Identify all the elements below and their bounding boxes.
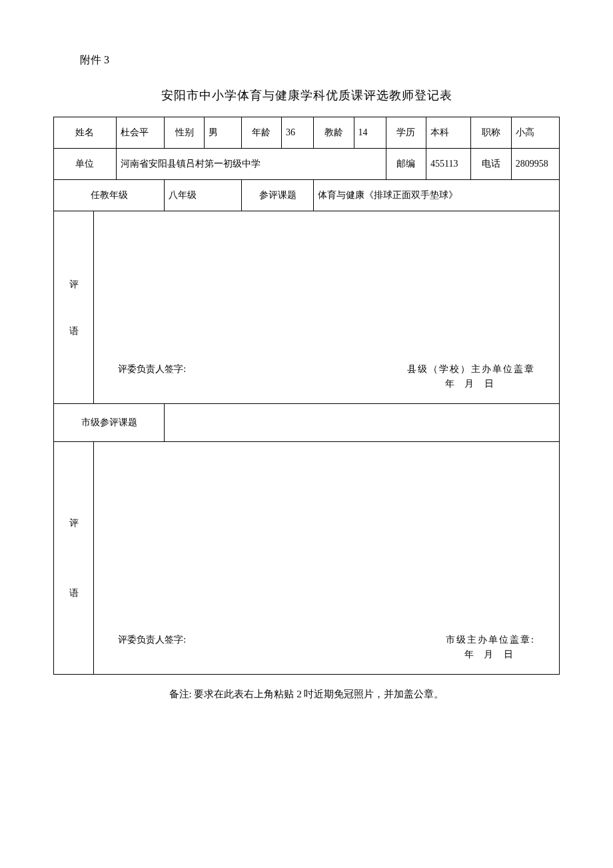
grade-value: 八年级	[165, 180, 242, 211]
registration-table: 姓名 杜会平 性别 男 年龄 36 教龄 14 学历 本科 职称 小高 单位 河…	[53, 117, 560, 675]
comment2-sign-label: 评委负责人签字:	[118, 634, 186, 661]
postcode-value: 455113	[426, 149, 470, 180]
grade-label: 任教年级	[54, 180, 165, 211]
row-comment-2: 评语 评委负责人签字: 市级主办单位盖章: 年 月 日	[54, 442, 560, 675]
phone-value: 2809958	[511, 149, 559, 180]
row-basic-1: 姓名 杜会平 性别 男 年龄 36 教龄 14 学历 本科 职称 小高	[54, 117, 560, 149]
comment1-body: 评委负责人签字: 县级（学校）主办单位盖章 年 月 日	[94, 211, 560, 404]
unit-label: 单位	[54, 149, 117, 180]
comment2-stamp-label: 市级主办单位盖章:	[446, 635, 535, 645]
comment2-date: 年 月 日	[446, 649, 535, 661]
comment2-label: 评语	[54, 442, 94, 675]
age-value: 36	[282, 117, 314, 149]
edu-value: 本科	[426, 117, 470, 149]
topic-value: 体育与健康《排球正面双手垫球》	[314, 180, 560, 211]
gender-value: 男	[205, 117, 241, 149]
age-label: 年龄	[241, 117, 281, 149]
edu-label: 学历	[386, 117, 426, 149]
comment2-body: 评委负责人签字: 市级主办单位盖章: 年 月 日	[94, 442, 560, 675]
footer-note: 备注: 要求在此表右上角粘贴 2 吋近期免冠照片，并加盖公章。	[53, 688, 560, 701]
row-basic-3: 任教年级 八年级 参评课题 体育与健康《排球正面双手垫球》	[54, 180, 560, 211]
title-value: 小高	[511, 117, 559, 149]
page-title: 安阳市中小学体育与健康学科优质课评选教师登记表	[53, 87, 560, 103]
name-label: 姓名	[54, 117, 117, 149]
phone-label: 电话	[471, 149, 511, 180]
comment1-date: 年 月 日	[407, 378, 535, 390]
postcode-label: 邮编	[386, 149, 426, 180]
row-basic-2: 单位 河南省安阳县镇吕村第一初级中学 邮编 455113 电话 2809958	[54, 149, 560, 180]
teach-age-label: 教龄	[314, 117, 354, 149]
row-city-topic: 市级参评课题	[54, 404, 560, 442]
topic-label: 参评课题	[241, 180, 313, 211]
attachment-label: 附件 3	[80, 53, 560, 67]
city-topic-label: 市级参评课题	[54, 404, 165, 442]
comment1-sign-label: 评委负责人签字:	[118, 363, 186, 390]
title-label: 职称	[471, 117, 511, 149]
row-comment-1: 评语 评委负责人签字: 县级（学校）主办单位盖章 年 月 日	[54, 211, 560, 404]
gender-label: 性别	[165, 117, 205, 149]
unit-value: 河南省安阳县镇吕村第一初级中学	[116, 149, 386, 180]
comment1-label: 评语	[54, 211, 94, 404]
comment1-stamp-label: 县级（学校）主办单位盖章	[407, 364, 535, 374]
city-topic-value	[165, 404, 560, 442]
teach-age-value: 14	[354, 117, 386, 149]
name-value: 杜会平	[116, 117, 164, 149]
